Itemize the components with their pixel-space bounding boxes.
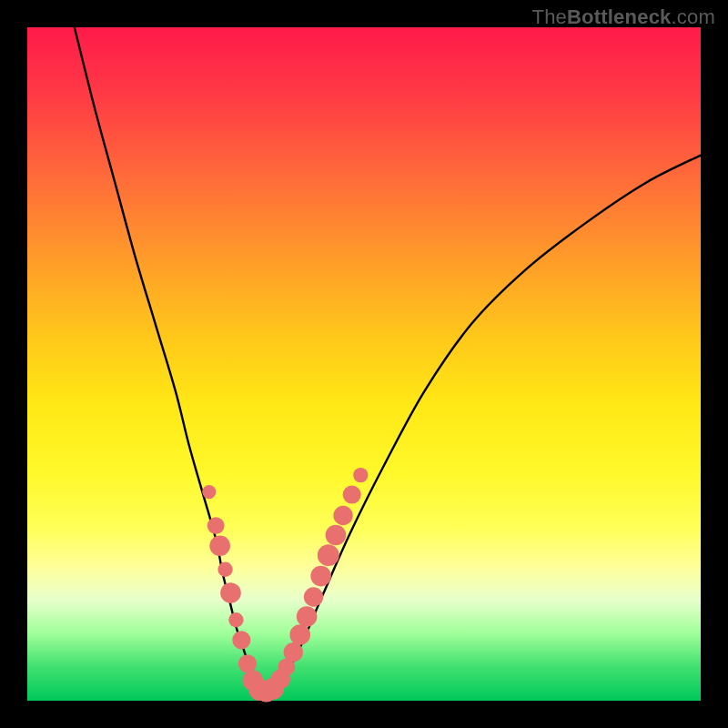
marker-dot xyxy=(207,517,225,534)
marker-dot xyxy=(353,468,368,482)
marker-dot xyxy=(310,566,331,587)
watermark: TheBottleneck.com xyxy=(532,5,715,29)
marker-dot xyxy=(343,485,361,503)
curve-lines xyxy=(75,27,701,694)
chart-svg xyxy=(27,27,701,701)
marker-dot xyxy=(228,612,243,627)
marker-dot xyxy=(209,535,230,556)
watermark-suffix: .com xyxy=(672,5,715,28)
frame: TheBottleneck.com xyxy=(0,0,728,728)
curve-curve-right xyxy=(263,156,701,694)
marker-dot xyxy=(304,587,323,606)
marker-dot xyxy=(217,562,232,577)
data-markers xyxy=(202,468,368,703)
marker-dot xyxy=(232,631,250,649)
marker-dot xyxy=(333,506,352,525)
marker-dot xyxy=(318,544,339,566)
marker-dot xyxy=(202,485,216,499)
marker-dot xyxy=(297,606,318,627)
marker-dot xyxy=(326,525,347,546)
marker-dot xyxy=(238,654,257,672)
marker-dot xyxy=(284,642,303,662)
watermark-prefix: The xyxy=(532,5,568,28)
watermark-bold: Bottleneck xyxy=(567,5,671,28)
marker-dot xyxy=(220,582,241,603)
marker-dot xyxy=(289,624,310,645)
